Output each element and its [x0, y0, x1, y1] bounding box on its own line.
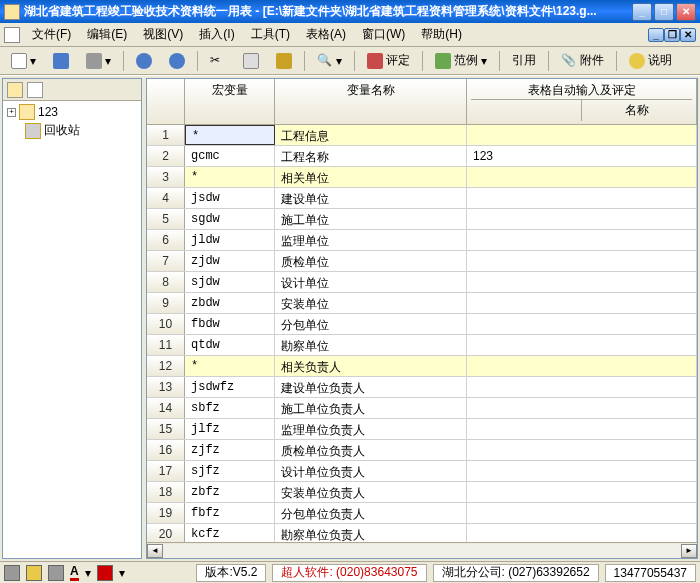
- tool-pingding[interactable]: 评定: [360, 50, 417, 72]
- tool-paste[interactable]: [269, 50, 299, 72]
- table-row[interactable]: 2gcmc工程名称123: [147, 146, 697, 167]
- scroll-track[interactable]: [163, 544, 681, 558]
- table-row[interactable]: 9zbdw安装单位: [147, 293, 697, 314]
- table-row[interactable]: 13jsdwfz建设单位负责人: [147, 377, 697, 398]
- cell-hvar[interactable]: jldw: [185, 230, 275, 250]
- cell-hvar[interactable]: qtdw: [185, 335, 275, 355]
- row-number[interactable]: 18: [147, 482, 185, 502]
- col-hvar[interactable]: 宏变量: [185, 79, 275, 124]
- table-row[interactable]: 19fbfz分包单位负责人: [147, 503, 697, 524]
- cell-hvar[interactable]: fbfz: [185, 503, 275, 523]
- tool-undo[interactable]: [129, 50, 159, 72]
- table-row[interactable]: 1*工程信息: [147, 125, 697, 146]
- row-number[interactable]: 10: [147, 314, 185, 334]
- cell-value[interactable]: [467, 440, 697, 460]
- mdi-restore-button[interactable]: ❐: [664, 28, 680, 42]
- scroll-left[interactable]: ◄: [147, 544, 163, 558]
- row-number[interactable]: 15: [147, 419, 185, 439]
- cell-value[interactable]: [467, 419, 697, 439]
- cell-value[interactable]: [467, 167, 697, 187]
- cell-hvar[interactable]: kcfz: [185, 524, 275, 542]
- cell-hvar[interactable]: sbfz: [185, 398, 275, 418]
- cell-value[interactable]: [467, 251, 697, 271]
- tree-icon-2[interactable]: [27, 82, 43, 98]
- cell-hvar[interactable]: jlfz: [185, 419, 275, 439]
- cell-hvar[interactable]: zjdw: [185, 251, 275, 271]
- row-number[interactable]: 12: [147, 356, 185, 376]
- cell-varname[interactable]: 分包单位: [275, 314, 467, 334]
- tool-copy[interactable]: [236, 50, 266, 72]
- cell-hvar[interactable]: gcmc: [185, 146, 275, 166]
- col-group[interactable]: 表格自动输入及评定 名称: [467, 79, 697, 124]
- table-row[interactable]: 15jlfz监理单位负责人: [147, 419, 697, 440]
- table-row[interactable]: 10fbdw分包单位: [147, 314, 697, 335]
- cell-hvar[interactable]: *: [185, 167, 275, 187]
- cell-value[interactable]: [467, 335, 697, 355]
- tool-cut[interactable]: ✂: [203, 50, 233, 72]
- sb-icon-2[interactable]: [26, 565, 42, 581]
- menu-window[interactable]: 窗口(W): [354, 24, 413, 45]
- cell-value[interactable]: [467, 125, 697, 145]
- table-row[interactable]: 6jldw监理单位: [147, 230, 697, 251]
- sb-icon-4[interactable]: [97, 565, 113, 581]
- row-number[interactable]: 4: [147, 188, 185, 208]
- cell-hvar[interactable]: *: [185, 125, 275, 145]
- menu-tools[interactable]: 工具(T): [243, 24, 298, 45]
- cell-value[interactable]: [467, 230, 697, 250]
- cell-varname[interactable]: 分包单位负责人: [275, 503, 467, 523]
- menu-insert[interactable]: 插入(I): [191, 24, 242, 45]
- row-number[interactable]: 3: [147, 167, 185, 187]
- col-rownum[interactable]: [147, 79, 185, 124]
- menu-view[interactable]: 视图(V): [135, 24, 191, 45]
- menu-edit[interactable]: 编辑(E): [79, 24, 135, 45]
- cell-varname[interactable]: 安装单位: [275, 293, 467, 313]
- cell-varname[interactable]: 监理单位: [275, 230, 467, 250]
- table-row[interactable]: 8sjdw设计单位: [147, 272, 697, 293]
- h-scrollbar[interactable]: ◄ ►: [147, 542, 697, 558]
- cell-varname[interactable]: 相关负责人: [275, 356, 467, 376]
- cell-value[interactable]: [467, 272, 697, 292]
- row-number[interactable]: 5: [147, 209, 185, 229]
- row-number[interactable]: 17: [147, 461, 185, 481]
- cell-hvar[interactable]: sgdw: [185, 209, 275, 229]
- row-number[interactable]: 14: [147, 398, 185, 418]
- sb-icon-3[interactable]: [48, 565, 64, 581]
- row-number[interactable]: 9: [147, 293, 185, 313]
- cell-varname[interactable]: 建设单位: [275, 188, 467, 208]
- cell-hvar[interactable]: zbfz: [185, 482, 275, 502]
- table-row[interactable]: 17sjfz设计单位负责人: [147, 461, 697, 482]
- tool-search[interactable]: 🔍▾: [310, 50, 349, 72]
- tree-root[interactable]: + 123: [5, 103, 139, 121]
- cell-value[interactable]: [467, 482, 697, 502]
- cell-varname[interactable]: 工程名称: [275, 146, 467, 166]
- cell-value[interactable]: [467, 188, 697, 208]
- cell-varname[interactable]: 设计单位负责人: [275, 461, 467, 481]
- cell-value[interactable]: [467, 314, 697, 334]
- cell-hvar[interactable]: sjdw: [185, 272, 275, 292]
- cell-value[interactable]: [467, 377, 697, 397]
- expand-icon[interactable]: +: [7, 108, 16, 117]
- cell-varname[interactable]: 监理单位负责人: [275, 419, 467, 439]
- cell-varname[interactable]: 相关单位: [275, 167, 467, 187]
- cell-varname[interactable]: 勘察单位负责人: [275, 524, 467, 542]
- cell-hvar[interactable]: fbdw: [185, 314, 275, 334]
- tool-shuoming[interactable]: 说明: [622, 50, 679, 72]
- col-varname[interactable]: 变量名称: [275, 79, 467, 124]
- cell-varname[interactable]: 质检单位负责人: [275, 440, 467, 460]
- cell-hvar[interactable]: sjfz: [185, 461, 275, 481]
- cell-hvar[interactable]: jsdwfz: [185, 377, 275, 397]
- minimize-button[interactable]: _: [632, 3, 652, 21]
- table-row[interactable]: 5sgdw施工单位: [147, 209, 697, 230]
- table-row[interactable]: 20kcfz勘察单位负责人: [147, 524, 697, 542]
- cell-varname[interactable]: 勘察单位: [275, 335, 467, 355]
- tool-print[interactable]: ▾: [79, 50, 118, 72]
- table-row[interactable]: 18zbfz安装单位负责人: [147, 482, 697, 503]
- sb-font-color[interactable]: A: [70, 564, 79, 581]
- cell-varname[interactable]: 施工单位负责人: [275, 398, 467, 418]
- mdi-close-button[interactable]: ✕: [680, 28, 696, 42]
- cell-varname[interactable]: 建设单位负责人: [275, 377, 467, 397]
- scroll-right[interactable]: ►: [681, 544, 697, 558]
- cell-value[interactable]: [467, 293, 697, 313]
- cell-hvar[interactable]: zbdw: [185, 293, 275, 313]
- cell-value[interactable]: [467, 524, 697, 542]
